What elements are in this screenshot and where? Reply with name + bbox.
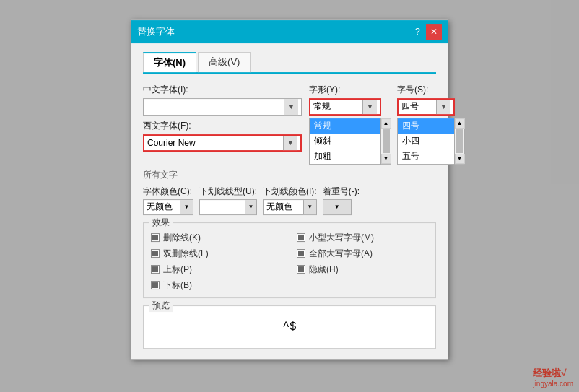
replace-font-dialog: 替换字体 ? ✕ 字体(N) 高级(V) 中文字体(I): [131,19,448,360]
left-font-column: 中文字体(I): ▼ 西文字体(F): Courier New ▼ [143,84,302,152]
shape-list-container: 常规 倾斜 加粗 ▲ ▼ [309,118,391,165]
emphasis-select[interactable]: ▼ [323,199,352,215]
western-font-value: Courier New [147,138,283,148]
effect-double-strikethrough[interactable]: 双删除线(L) [151,248,282,260]
shape-option-italic[interactable]: 倾斜 [310,134,380,149]
western-font-select[interactable]: Courier New ▼ [143,134,302,152]
superscript-check-inner [152,266,158,272]
size-list-scrollbar[interactable]: ▲ ▼ [455,118,465,165]
underline-type-arrow[interactable]: ▼ [245,200,256,214]
shape-group: 字形(Y): 常规 ▼ 常规 倾斜 加粗 ▲ [309,84,391,165]
underline-type-select[interactable]: ▼ [199,199,257,215]
right-font-column: 字形(Y): 常规 ▼ 常规 倾斜 加粗 ▲ [309,84,465,165]
western-font-dropdown-arrow[interactable]: ▼ [283,136,297,150]
dialog-title: 替换字体 [137,25,175,38]
effect-hidden[interactable]: 隐藏(H) [297,263,428,276]
size-option-4[interactable]: 四号 [398,118,454,134]
double-strikethrough-check-inner [152,251,158,256]
shape-select[interactable]: 常规 ▼ [309,98,381,116]
chinese-font-group: 中文字体(I): ▼ [143,84,302,116]
font-color-label: 字体颜色(C): [143,186,193,198]
western-font-group: 西文字体(F): Courier New ▼ [143,120,302,152]
shape-scroll-thumb[interactable] [383,129,390,153]
titlebar-buttons: ? ✕ [412,24,442,40]
all-text-row: 字体颜色(C): 无颜色 ▼ 下划线线型(U): ▼ 下划线颜色(I): 无颜色 [143,186,436,215]
hidden-checkbox[interactable] [297,265,305,274]
underline-color-group: 下划线颜色(I): 无颜色 ▼ [263,186,317,215]
underline-color-label: 下划线颜色(I): [263,186,317,198]
dialog-titlebar: 替换字体 ? ✕ [131,20,448,43]
shape-scroll-down[interactable]: ▼ [381,154,391,164]
close-button[interactable]: ✕ [426,24,442,40]
subscript-label: 下标(B) [163,279,192,292]
preview-text: ^$ [282,321,296,334]
chinese-font-label: 中文字体(I): [143,84,302,96]
size-list-container: 四号 小四 五号 ▲ ▼ [397,118,465,165]
shape-scroll-up[interactable]: ▲ [381,118,391,129]
emphasis-label: 着重号(-): [323,186,360,198]
emphasis-arrow[interactable]: ▼ [323,200,351,214]
chinese-font-select[interactable]: ▼ [143,98,302,116]
chinese-font-dropdown-arrow[interactable]: ▼ [284,99,298,115]
help-button[interactable]: ? [412,26,423,37]
watermark: 经验啦√ jingyalа.com [533,367,573,388]
size-scroll-up[interactable]: ▲ [455,118,465,129]
watermark-subtext: jingyalа.com [533,380,573,388]
shape-list-scrollbar[interactable]: ▲ ▼ [381,118,391,165]
effects-title: 效果 [149,217,173,229]
size-scroll-thumb[interactable] [456,129,463,153]
shape-label: 字形(Y): [309,84,391,96]
preview-title: 预览 [149,300,173,312]
shape-option-bold[interactable]: 加粗 [310,149,380,164]
effect-small-caps[interactable]: 小型大写字母(M) [297,232,428,244]
font-color-select[interactable]: 无颜色 ▼ [143,199,193,215]
superscript-checkbox[interactable] [151,265,160,274]
size-dropdown-arrow[interactable]: ▼ [436,100,450,114]
superscript-label: 上标(P) [163,263,192,276]
preview-section: 预览 ^$ [143,305,436,349]
size-option-small4[interactable]: 小四 [398,134,454,149]
effect-strikethrough[interactable]: 删除线(K) [151,232,282,244]
small-caps-check-inner [298,235,304,240]
watermark-text: 经验啦√ [533,367,573,380]
all-caps-label: 全部大写字母(A) [309,248,373,260]
font-color-group: 字体颜色(C): 无颜色 ▼ [143,186,193,215]
hidden-check-inner [298,266,304,272]
double-strikethrough-checkbox[interactable] [151,249,160,258]
all-caps-check-inner [298,251,304,256]
size-option-5[interactable]: 五号 [398,149,454,164]
hidden-label: 隐藏(H) [309,263,339,276]
small-caps-label: 小型大写字母(M) [309,232,374,244]
shape-value: 常规 [313,100,362,113]
underline-color-value: 无颜色 [264,201,303,213]
western-font-label: 西文字体(F): [143,120,302,132]
shape-list[interactable]: 常规 倾斜 加粗 [309,118,381,165]
size-scroll-down[interactable]: ▼ [455,154,465,164]
size-label: 字号(S): [397,84,465,96]
strikethrough-check-inner [152,235,158,240]
tab-bar: 字体(N) 高级(V) [143,52,436,74]
font-color-dropdown-arrow[interactable]: ▼ [180,200,193,214]
effect-superscript[interactable]: 上标(P) [151,263,282,276]
subscript-checkbox[interactable] [151,281,160,289]
effect-all-caps[interactable]: 全部大写字母(A) [297,248,428,260]
effect-subscript[interactable]: 下标(B) [151,279,282,292]
preview-content: ^$ [149,310,430,344]
tab-font[interactable]: 字体(N) [143,52,196,72]
shape-option-normal[interactable]: 常规 [310,118,380,134]
small-caps-checkbox[interactable] [297,233,305,242]
underline-color-arrow[interactable]: ▼ [303,200,316,214]
underline-color-select[interactable]: 无颜色 ▼ [263,199,317,215]
double-strikethrough-label: 双删除线(L) [163,248,209,260]
shape-dropdown-arrow[interactable]: ▼ [362,100,377,114]
subscript-check-inner [152,282,158,288]
strikethrough-label: 删除线(K) [163,232,201,244]
tab-advanced[interactable]: 高级(V) [198,52,251,72]
size-list[interactable]: 四号 小四 五号 [397,118,455,165]
emphasis-group: 着重号(-): ▼ [323,186,360,215]
dialog-body: 字体(N) 高级(V) 中文字体(I): ▼ 西文字体 [131,43,448,359]
size-select[interactable]: 四号 ▼ [397,98,455,116]
all-chars-section-title: 所有文字 [143,169,436,181]
all-caps-checkbox[interactable] [297,249,305,258]
strikethrough-checkbox[interactable] [151,233,160,242]
